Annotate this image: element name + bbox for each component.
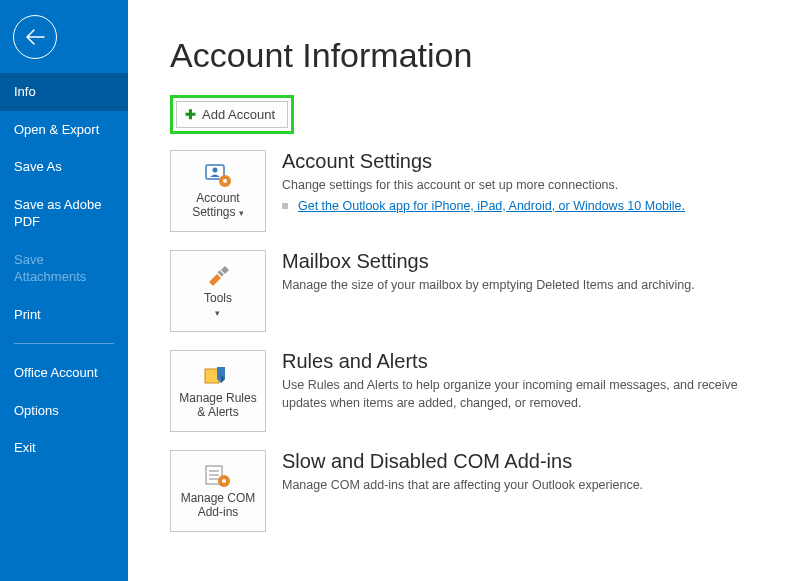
sidebar-separator (14, 343, 114, 344)
rules-alerts-icon (203, 363, 233, 389)
svg-rect-5 (205, 369, 219, 383)
sidebar-item-open-export[interactable]: Open & Export (0, 111, 128, 149)
section-desc: Manage COM add-ins that are affecting yo… (282, 477, 758, 495)
section-text: Rules and Alerts Use Rules and Alerts to… (282, 350, 758, 432)
tools-icon (203, 263, 233, 289)
sidebar-item-exit[interactable]: Exit (0, 429, 128, 467)
back-button[interactable] (13, 15, 57, 59)
sidebar-item-options[interactable]: Options (0, 392, 128, 430)
section-com-addins: Manage COM Add-ins Slow and Disabled COM… (170, 450, 758, 532)
add-account-highlight: ✚ Add Account (170, 95, 294, 134)
sidebar-item-label: Save Attachments (14, 252, 86, 285)
main-content: Account Information ✚ Add Account Accoun… (128, 0, 786, 581)
tile-manage-com-addins[interactable]: Manage COM Add-ins (170, 450, 266, 532)
sidebar-item-label: Options (14, 403, 59, 418)
chevron-down-icon: ▾ (215, 308, 220, 318)
section-rules-alerts: Manage Rules & Alerts Rules and Alerts U… (170, 350, 758, 432)
sidebar-item-label: Office Account (14, 365, 98, 380)
add-account-label: Add Account (202, 107, 275, 122)
sidebar-item-office-account[interactable]: Office Account (0, 354, 128, 392)
svg-point-3 (223, 179, 227, 183)
back-arrow-icon (24, 28, 46, 46)
page-title: Account Information (170, 36, 758, 75)
tile-label: Account Settings ▾ (171, 191, 265, 220)
tile-label: Manage COM Add-ins (171, 491, 265, 520)
sidebar-item-label: Open & Export (14, 122, 99, 137)
sidebar-item-label: Print (14, 307, 41, 322)
section-title: Account Settings (282, 150, 758, 173)
sidebar-item-label: Info (14, 84, 36, 99)
account-settings-icon (203, 163, 233, 189)
add-account-button[interactable]: ✚ Add Account (176, 101, 288, 128)
section-text: Slow and Disabled COM Add-ins Manage COM… (282, 450, 758, 532)
sidebar: Info Open & Export Save As Save as Adobe… (0, 0, 128, 581)
section-title: Mailbox Settings (282, 250, 758, 273)
section-desc: Use Rules and Alerts to help organize yo… (282, 377, 758, 412)
plus-icon: ✚ (185, 107, 196, 122)
section-title: Slow and Disabled COM Add-ins (282, 450, 758, 473)
tile-label: Manage Rules & Alerts (171, 391, 265, 420)
sidebar-item-save-as[interactable]: Save As (0, 148, 128, 186)
com-addins-icon (203, 463, 233, 489)
section-text: Account Settings Change settings for thi… (282, 150, 758, 232)
section-account-settings: Account Settings ▾ Account Settings Chan… (170, 150, 758, 232)
svg-point-11 (222, 479, 226, 483)
svg-point-1 (213, 167, 218, 172)
section-text: Mailbox Settings Manage the size of your… (282, 250, 758, 332)
section-title: Rules and Alerts (282, 350, 758, 373)
section-mailbox-settings: Tools▾ Mailbox Settings Manage the size … (170, 250, 758, 332)
bullet-icon (282, 203, 288, 209)
tile-manage-rules[interactable]: Manage Rules & Alerts (170, 350, 266, 432)
sidebar-item-label: Exit (14, 440, 36, 455)
section-desc: Change settings for this account or set … (282, 177, 758, 195)
get-outlook-app-link[interactable]: Get the Outlook app for iPhone, iPad, An… (298, 199, 685, 213)
link-row: Get the Outlook app for iPhone, iPad, An… (282, 199, 758, 213)
sidebar-item-info[interactable]: Info (0, 73, 128, 111)
sidebar-item-label: Save As (14, 159, 62, 174)
sidebar-item-print[interactable]: Print (0, 296, 128, 334)
section-desc: Manage the size of your mailbox by empty… (282, 277, 758, 295)
sidebar-item-save-attachments: Save Attachments (0, 241, 128, 296)
tile-label: Tools▾ (200, 291, 236, 320)
sidebar-item-save-adobe-pdf[interactable]: Save as Adobe PDF (0, 186, 128, 241)
sidebar-item-label: Save as Adobe PDF (14, 197, 101, 230)
tile-account-settings[interactable]: Account Settings ▾ (170, 150, 266, 232)
tile-tools[interactable]: Tools▾ (170, 250, 266, 332)
chevron-down-icon: ▾ (239, 208, 244, 218)
